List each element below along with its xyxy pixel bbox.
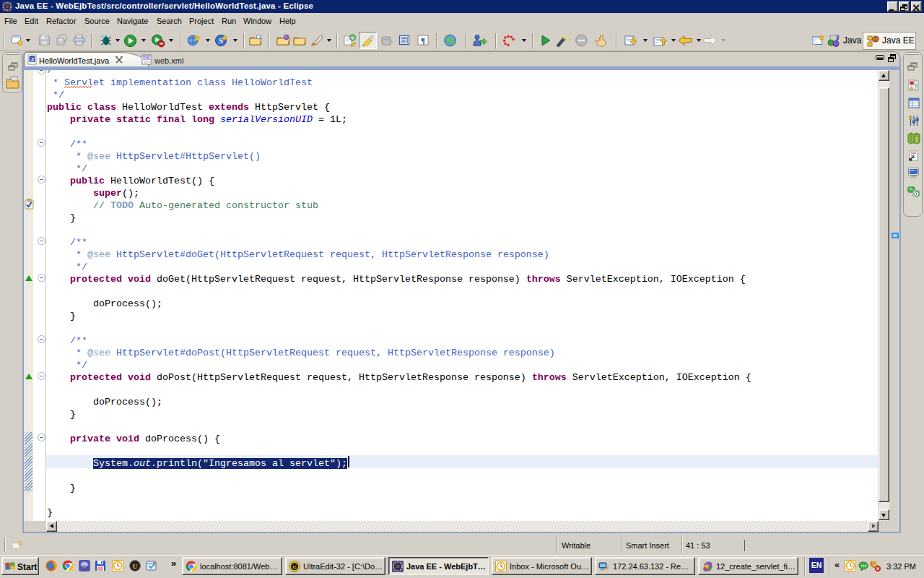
svg-text:U: U [292, 564, 296, 570]
svg-text:WEB: WEB [142, 56, 151, 60]
svg-text:J: J [835, 34, 840, 42]
svg-text:¶: ¶ [421, 36, 425, 45]
svg-text:U: U [133, 563, 138, 570]
svg-text:J: J [30, 56, 33, 63]
